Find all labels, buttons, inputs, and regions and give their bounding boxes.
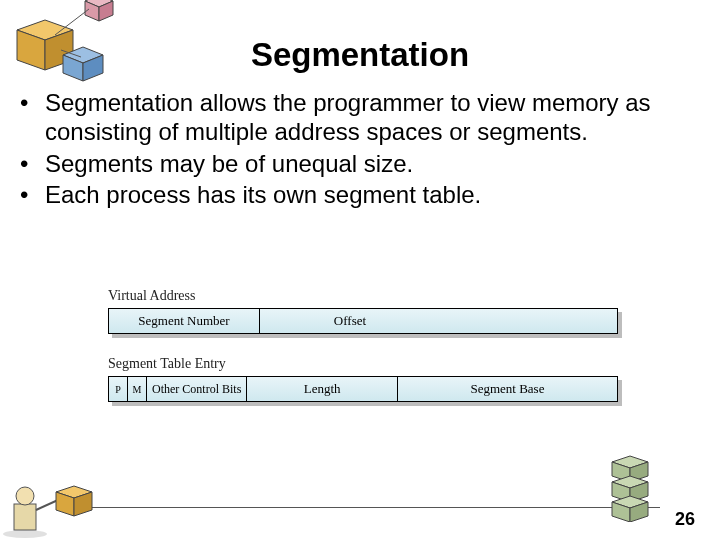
va-cell-segment-number: Segment Number bbox=[109, 309, 260, 333]
bullet-item: Segments may be of unequal size. bbox=[20, 149, 690, 178]
virtual-address-label: Virtual Address bbox=[108, 288, 618, 304]
svg-line-14 bbox=[36, 500, 58, 510]
bullet-item: Each process has its own segment table. bbox=[20, 180, 690, 209]
ste-cell-p: P bbox=[109, 377, 128, 401]
svg-point-11 bbox=[3, 530, 47, 538]
virtual-address-table: Segment Number Offset bbox=[108, 308, 618, 334]
segment-table-entry-table: P M Other Control Bits Length Segment Ba… bbox=[108, 376, 618, 402]
page-title: Segmentation bbox=[0, 36, 720, 74]
segment-table-entry-label: Segment Table Entry bbox=[108, 356, 618, 372]
svg-rect-12 bbox=[14, 504, 36, 530]
virtual-address-block: Virtual Address Segment Number Offset bbox=[108, 288, 618, 334]
svg-point-13 bbox=[16, 487, 34, 505]
body-text: Segmentation allows the programmer to vi… bbox=[20, 88, 690, 211]
ste-cell-other-control-bits: Other Control Bits bbox=[147, 377, 248, 401]
va-cell-offset: Offset bbox=[260, 309, 440, 333]
ste-cell-length: Length bbox=[247, 377, 397, 401]
page-number: 26 bbox=[675, 509, 695, 530]
footer-rule bbox=[75, 507, 660, 508]
slide: Segmentation Segmentation allows the pro… bbox=[0, 0, 720, 540]
bullet-item: Segmentation allows the programmer to vi… bbox=[20, 88, 690, 147]
cubes-decoration-bottom bbox=[590, 452, 660, 522]
character-decoration bbox=[0, 470, 130, 540]
ste-cell-segment-base: Segment Base bbox=[398, 377, 617, 401]
ste-cell-m: M bbox=[128, 377, 147, 401]
diagram: Virtual Address Segment Number Offset Se… bbox=[108, 288, 618, 424]
segment-table-entry-block: Segment Table Entry P M Other Control Bi… bbox=[108, 356, 618, 402]
